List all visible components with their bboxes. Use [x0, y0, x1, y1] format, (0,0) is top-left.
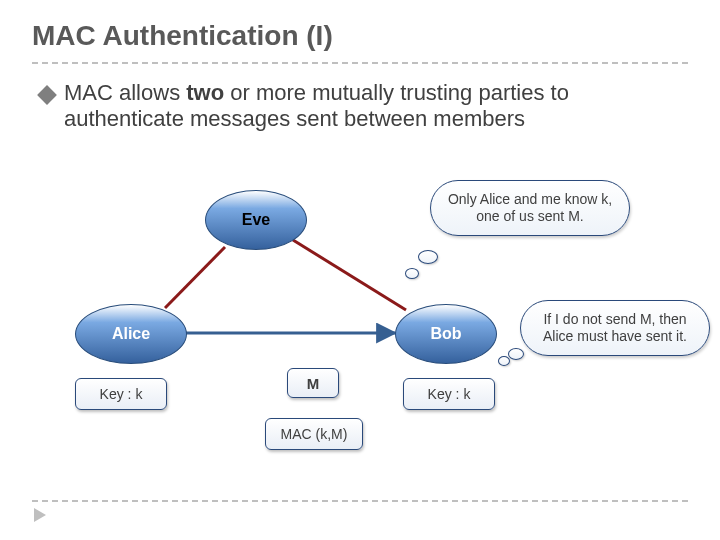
bob-node: Bob: [395, 304, 497, 364]
thought-1: Only Alice and me know k, one of us sent…: [430, 180, 630, 236]
bullet-row: MAC allows two or more mutually trusting…: [40, 80, 680, 133]
bob-key: Key : k: [403, 378, 495, 410]
slide: MAC Authentication (I) MAC allows two or…: [0, 0, 720, 540]
message-label: M: [287, 368, 339, 398]
thought-2-puff: [508, 348, 524, 360]
thought-2-puff-small: [498, 356, 510, 366]
footer-arrow-icon: [34, 508, 46, 522]
bullet-pre: MAC allows: [64, 80, 186, 105]
svg-line-0: [165, 247, 225, 308]
slide-title: MAC Authentication (I): [32, 20, 333, 52]
svg-line-1: [293, 240, 406, 310]
divider-top: [32, 62, 688, 64]
alice-node: Alice: [75, 304, 187, 364]
bullet-text: MAC allows two or more mutually trusting…: [64, 80, 680, 133]
bullet-icon: [37, 85, 57, 105]
mac-label: MAC (k,M): [265, 418, 363, 450]
bullet-bold: two: [186, 80, 224, 105]
thought-1-puff-small: [405, 268, 419, 279]
alice-key: Key : k: [75, 378, 167, 410]
thought-1-puff: [418, 250, 438, 264]
thought-2: If I do not send M, then Alice must have…: [520, 300, 710, 356]
divider-bottom: [32, 500, 688, 502]
eve-node: Eve: [205, 190, 307, 250]
